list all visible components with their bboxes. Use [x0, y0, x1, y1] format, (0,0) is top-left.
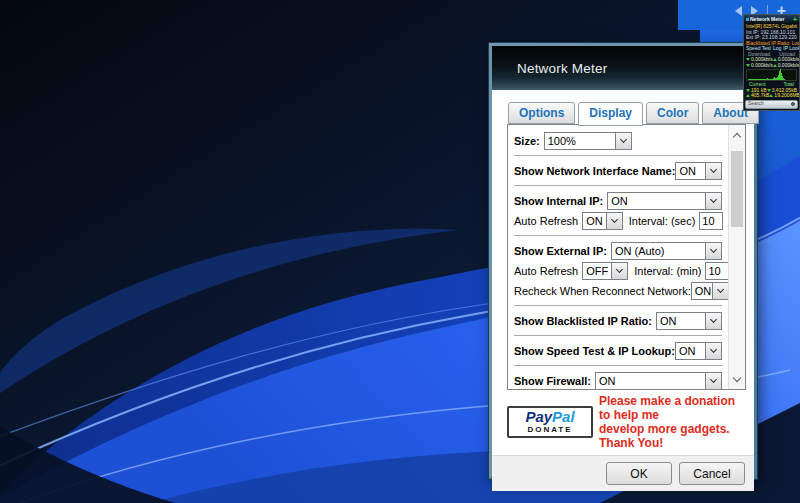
dialog-titlebar[interactable]: Network Meter — [492, 46, 754, 90]
back-icon[interactable] — [735, 6, 742, 16]
internal-ip-refresh-row: Auto Refresh ON Interval: (sec) — [514, 211, 722, 231]
gadget-search-box[interactable]: Search — [745, 100, 798, 109]
separator — [514, 155, 722, 156]
size-select[interactable]: 100% — [544, 132, 632, 150]
upload-arrow-icon — [773, 58, 777, 61]
internal-interval-input[interactable] — [699, 212, 723, 230]
blacklisted-value: ON — [657, 313, 705, 329]
paypal-donate-button[interactable]: PayPal DONATE — [507, 406, 593, 438]
blacklisted-dropdown-button[interactable] — [705, 313, 721, 329]
firewall-value: ON — [596, 373, 705, 389]
interface-name-label: Show Network Interface Name: — [514, 165, 675, 177]
chevron-down-icon — [710, 165, 717, 172]
dialog-title: Network Meter — [517, 61, 607, 76]
gadget-totals-row: 405.7kB 19.2006MB — [744, 93, 799, 99]
scroll-up-button[interactable] — [729, 127, 745, 143]
upload-arrow-icon — [773, 64, 777, 67]
internal-auto-refresh-select[interactable]: ON — [582, 212, 623, 230]
chevron-down-icon — [710, 345, 717, 352]
speed-test-label: Show Speed Test & IP Lookup: — [514, 345, 675, 357]
tab-options[interactable]: Options — [508, 102, 575, 124]
size-label: Size: — [514, 135, 540, 147]
recheck-row: Recheck When Reconnect Network: ON — [514, 281, 722, 301]
chevron-down-icon — [611, 216, 618, 223]
chevron-down-icon — [710, 245, 717, 252]
blacklisted-row: Show Blacklisted IP Ratio: ON — [514, 310, 722, 331]
size-dropdown-button[interactable] — [615, 133, 631, 149]
separator — [514, 305, 722, 306]
scrollbar-thumb[interactable] — [731, 151, 743, 227]
donation-message-line1: Please make a donation to help me — [599, 394, 748, 422]
gadget-titlebar[interactable]: Network Meter + — [744, 15, 799, 24]
recheck-dropdown-button[interactable] — [712, 283, 728, 299]
search-icon[interactable] — [791, 102, 795, 106]
internal-interval-label: Interval: (sec) — [629, 215, 696, 227]
firewall-label: Show Firewall: — [514, 375, 591, 387]
internal-ip-value: ON — [608, 193, 705, 209]
gadget-add-icon[interactable]: + — [793, 16, 797, 23]
external-interval-label: Interval: (min) — [634, 265, 701, 277]
firewall-select[interactable]: ON — [595, 372, 722, 390]
speed-test-row: Show Speed Test & IP Lookup: ON — [514, 340, 722, 361]
settings-list: Size: 100% Show Network Interface Name: … — [508, 125, 728, 389]
recheck-select[interactable]: ON — [691, 282, 729, 300]
upload-arrow-icon — [746, 94, 750, 97]
separator — [514, 335, 722, 336]
chevron-down-icon — [710, 195, 717, 202]
tab-display[interactable]: Display — [578, 102, 643, 126]
chevron-down-icon — [710, 375, 717, 382]
chevron-down-icon — [620, 135, 627, 142]
chevron-down-icon — [616, 266, 623, 273]
external-ip-label: Show External IP: — [514, 245, 607, 257]
internal-ip-select[interactable]: ON — [607, 192, 722, 210]
gadget-graph — [746, 69, 797, 81]
external-auto-refresh-select[interactable]: OFF — [582, 262, 628, 280]
blacklisted-label: Show Blacklisted IP Ratio: — [514, 315, 652, 327]
internal-auto-refresh-label: Auto Refresh — [514, 215, 578, 227]
ok-button[interactable]: OK — [606, 462, 672, 485]
internal-ip-dropdown-button[interactable] — [705, 193, 721, 209]
external-auto-refresh-value: OFF — [583, 263, 611, 279]
upload-arrow-icon — [769, 94, 773, 97]
network-meter-icon — [746, 18, 749, 21]
external-ip-select[interactable]: ON (Auto) — [611, 242, 722, 260]
network-meter-gadget[interactable]: Network Meter + Intel[R] 82574L Gigabit … — [743, 14, 800, 111]
separator — [514, 185, 722, 186]
speed-test-value: ON — [676, 343, 705, 359]
download-arrow-icon — [746, 64, 750, 67]
speed-test-dropdown-button[interactable] — [705, 343, 721, 359]
separator — [514, 365, 722, 366]
tab-color[interactable]: Color — [646, 102, 699, 124]
chevron-down-icon — [717, 286, 724, 293]
external-interval-input[interactable] — [705, 262, 729, 280]
external-auto-refresh-dropdown-button[interactable] — [611, 263, 627, 279]
interface-name-dropdown-button[interactable] — [705, 163, 721, 179]
chevron-down-icon — [710, 315, 717, 322]
blacklisted-select[interactable]: ON — [656, 312, 722, 330]
external-ip-refresh-row: Auto Refresh OFF Interval: (min) — [514, 261, 722, 281]
settings-scroll-panel: Size: 100% Show Network Interface Name: … — [507, 124, 746, 390]
network-meter-settings-dialog: Network Meter Options Display Color Abou… — [489, 43, 757, 479]
speed-test-select[interactable]: ON — [675, 342, 722, 360]
external-ip-dropdown-button[interactable] — [705, 243, 721, 259]
scroll-down-button[interactable] — [729, 371, 745, 387]
download-arrow-icon — [746, 89, 750, 92]
gadget-speed-row: 0.000kb/s 0.000kb/s — [744, 63, 799, 69]
donation-message: Please make a donation to help me develo… — [599, 394, 748, 450]
desktop: + Network Meter Options Display Color Ab… — [0, 0, 800, 503]
firewall-dropdown-button[interactable] — [705, 373, 721, 389]
external-ip-row: Show External IP: ON (Auto) — [514, 240, 722, 261]
interface-name-select[interactable]: ON — [675, 162, 722, 180]
external-auto-refresh-label: Auto Refresh — [514, 265, 578, 277]
internal-auto-refresh-dropdown-button[interactable] — [606, 213, 622, 229]
internal-auto-refresh-value: ON — [583, 213, 606, 229]
scrollbar-track[interactable] — [728, 125, 745, 389]
internal-ip-row: Show Internal IP: ON — [514, 190, 722, 211]
recheck-label: Recheck When Reconnect Network: — [514, 285, 691, 297]
size-row: Size: 100% — [514, 130, 722, 151]
separator — [514, 235, 722, 236]
donation-message-line2: develop more gadgets. Thank You! — [599, 422, 748, 450]
cancel-button[interactable]: Cancel — [679, 462, 745, 485]
chevron-down-icon — [733, 374, 741, 382]
internal-ip-label: Show Internal IP: — [514, 195, 603, 207]
